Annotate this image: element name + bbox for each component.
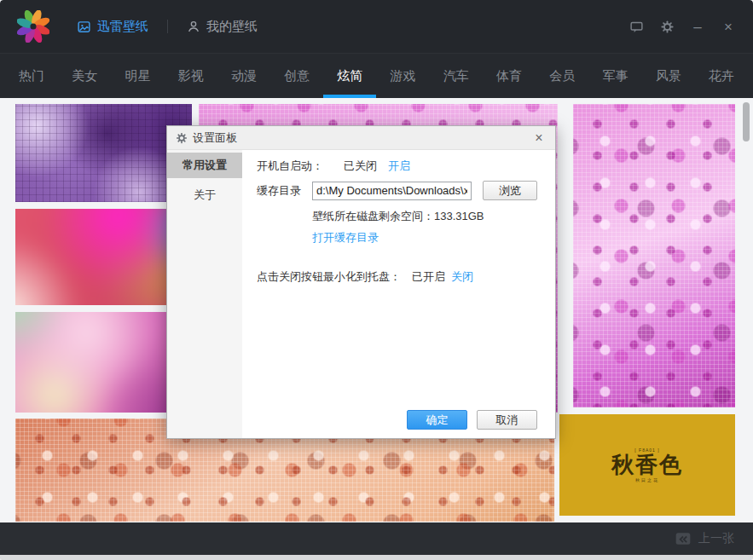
tray-label: 点击关闭按钮最小化到托盘：: [257, 269, 401, 285]
app-title: 迅雷壁纸: [97, 19, 148, 35]
window-bottom-edge: [0, 555, 753, 560]
tab-beauty[interactable]: 美女: [72, 54, 97, 98]
cache-dir-row: 缓存目录 浏览: [257, 181, 537, 200]
settings-dialog: 设置面板 × 常用设置 关于 开机自启动： 已关闭 开启: [166, 125, 556, 439]
window-controls: – ×: [628, 19, 736, 34]
tab-car[interactable]: 汽车: [443, 54, 469, 98]
sidebar-item-general-settings[interactable]: 常用设置: [167, 153, 242, 178]
autostart-enable-link[interactable]: 开启: [388, 159, 410, 174]
tab-scenery[interactable]: 风景: [656, 54, 681, 98]
dialog-title-bar: 设置面板 ×: [167, 126, 555, 150]
top-nav: 迅雷壁纸 我的壁纸: [77, 19, 258, 35]
app-window: 迅雷壁纸 我的壁纸: [0, 0, 753, 560]
tab-sports[interactable]: 体育: [496, 54, 522, 98]
dialog-body: 常用设置 关于 开机自启动： 已关闭 开启 缓存目录 浏览: [167, 150, 555, 438]
wallpaper-thumb-purple-grid[interactable]: [15, 104, 192, 202]
texture: [15, 209, 181, 305]
tray-status: 已开启: [412, 269, 445, 285]
dialog-footer: 确定 取消: [407, 410, 537, 430]
card-subtitle: 秋日之花: [635, 477, 659, 482]
picture-icon: [77, 20, 91, 34]
tab-military[interactable]: 军事: [602, 54, 628, 98]
vertical-scrollbar[interactable]: [743, 102, 750, 141]
tab-vip[interactable]: 会员: [549, 54, 575, 98]
tab-minimal-active[interactable]: 炫简: [337, 54, 362, 98]
autostart-label: 开机自启动：: [257, 159, 323, 174]
autostart-row: 开机自启动： 已关闭 开启: [257, 159, 410, 174]
wallpaper-thumb-pink-blur[interactable]: [15, 209, 181, 305]
top-bar: 迅雷壁纸 我的壁纸: [0, 0, 753, 53]
bottom-bar: 上一张: [0, 522, 753, 555]
card-title: 秋香色: [611, 453, 683, 477]
close-button[interactable]: ×: [721, 20, 736, 34]
gear-icon: [660, 20, 675, 34]
wallpaper-thumb-pink-mosaic-right[interactable]: [573, 104, 735, 407]
wallpaper-grid: [ F8A01 ] 秋香色 秋日之花: [0, 98, 753, 522]
tab-hot[interactable]: 热门: [19, 54, 44, 98]
cache-path-input[interactable]: [312, 182, 472, 200]
comment-icon: [629, 20, 644, 34]
open-cache-dir-link[interactable]: 打开缓存目录: [312, 230, 379, 245]
dialog-close-button[interactable]: ×: [531, 131, 547, 145]
tab-flower[interactable]: 花卉: [709, 54, 734, 98]
dialog-sidebar: 常用设置 关于: [167, 150, 242, 438]
tray-row: 点击关闭按钮最小化到托盘： 已开启 关闭: [257, 269, 473, 285]
tray-disable-link[interactable]: 关闭: [451, 269, 473, 285]
tab-game[interactable]: 游戏: [391, 54, 416, 98]
browse-button[interactable]: 浏览: [483, 181, 537, 200]
user-icon: [187, 20, 200, 33]
sidebar-item-about[interactable]: 关于: [167, 182, 242, 208]
autostart-status: 已关闭: [344, 159, 377, 174]
previous-label: 上一张: [698, 531, 734, 546]
nav-divider: [167, 20, 168, 33]
texture: [15, 312, 181, 413]
wallpaper-thumb-autumn-color-card[interactable]: [ F8A01 ] 秋香色 秋日之花: [559, 414, 735, 516]
app-logo-pinwheel-icon: [17, 10, 49, 43]
gear-icon: [176, 132, 188, 144]
previous-image-icon: [675, 530, 692, 547]
cache-dir-label: 缓存目录: [257, 183, 312, 199]
nav-my-wallpaper[interactable]: 我的壁纸: [187, 19, 258, 35]
disk-space-text: 壁纸所在磁盘剩余空间：133.31GB: [312, 209, 484, 224]
tab-creative[interactable]: 创意: [284, 54, 310, 98]
settings-button[interactable]: [659, 19, 675, 34]
ok-button[interactable]: 确定: [407, 410, 467, 430]
feedback-button[interactable]: [628, 19, 644, 34]
tab-movie[interactable]: 影视: [178, 54, 204, 98]
previous-wallpaper-button[interactable]: 上一张: [675, 530, 734, 547]
tab-anime[interactable]: 动漫: [231, 54, 257, 98]
dialog-main: 开机自启动： 已关闭 开启 缓存目录 浏览 壁纸所在磁盘剩余空间：133.31G…: [242, 150, 555, 438]
minimize-button[interactable]: –: [690, 20, 705, 34]
dialog-title: 设置面板: [193, 130, 237, 146]
my-wallpaper-label: 我的壁纸: [206, 19, 258, 35]
wallpaper-thumb-pastel-blur[interactable]: [15, 312, 181, 413]
category-tab-bar: 热门 美女 明星 影视 动漫 创意 炫简 游戏 汽车 体育 会员 军事 风景 花…: [0, 53, 753, 98]
tab-star[interactable]: 明星: [125, 54, 150, 98]
cancel-button[interactable]: 取消: [477, 410, 537, 430]
nav-wallpaper-home[interactable]: 迅雷壁纸: [77, 19, 148, 35]
